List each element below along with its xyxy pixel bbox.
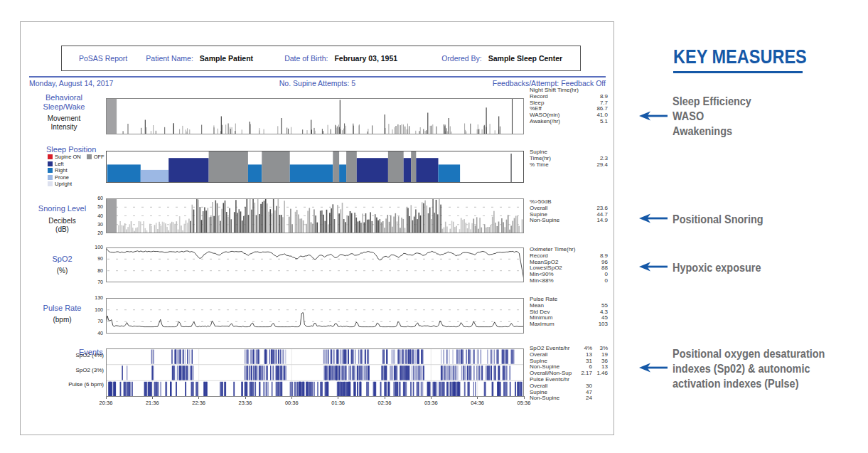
dob-label: Date of Birth: bbox=[284, 54, 328, 63]
header-rule bbox=[29, 76, 606, 78]
report-date: Monday, August 14, 2017 bbox=[29, 79, 221, 87]
movement-intensity-chart bbox=[106, 98, 524, 134]
pulse-stats: Pulse RateMean55Std Dev4.3Minimum45Maxim… bbox=[530, 297, 608, 328]
stat-row: Min<88%0 bbox=[530, 278, 608, 284]
report-title: PoSAS Report bbox=[79, 54, 127, 63]
stat-row: Non-Supine24 bbox=[530, 395, 608, 402]
dob-value: February 03, 1951 bbox=[334, 54, 397, 63]
legend-row: Prone bbox=[48, 174, 110, 181]
legend-item: Right bbox=[48, 167, 68, 174]
events-row-label: SpO2 (4%) bbox=[21, 352, 104, 358]
behavioral-sub-line2: Intensity bbox=[24, 123, 104, 132]
events-row-label: SpO2 (3%) bbox=[21, 367, 104, 373]
legend-label: Prone bbox=[55, 174, 69, 181]
key-measure-item: Positional oxygen desaturationindexes (S… bbox=[673, 346, 825, 391]
time-axis-label: 20:36 bbox=[95, 400, 117, 406]
patient-name-value: Sample Patient bbox=[200, 54, 253, 63]
legend-label: Right bbox=[55, 167, 68, 174]
stat-value: 0 bbox=[605, 278, 608, 284]
events-chart bbox=[106, 348, 524, 397]
legend-item: Left bbox=[48, 161, 64, 167]
behavioral-sub-line1: Movement bbox=[24, 114, 104, 123]
patient-name-label: Patient Name: bbox=[146, 54, 193, 63]
key-measure-line: activation indexes (Pulse) bbox=[673, 376, 825, 391]
legend-color-swatch bbox=[48, 168, 53, 173]
key-measure-line: Positional oxygen desaturation bbox=[673, 346, 825, 361]
time-axis-label: 21:36 bbox=[141, 400, 164, 406]
legend-item: Supine ON bbox=[48, 154, 81, 160]
y-axis-tick-label: 30 bbox=[86, 222, 103, 228]
y-axis-tick-label: 40 bbox=[86, 331, 103, 336]
legend-row: Left bbox=[48, 161, 110, 168]
stat-value-3pct bbox=[592, 383, 608, 390]
stat-value-3pct: 1.46 bbox=[592, 371, 608, 377]
time-axis-label: 22:36 bbox=[188, 400, 210, 406]
sleep-position-chart bbox=[106, 151, 524, 183]
legend-item: Upright bbox=[48, 181, 72, 187]
stat-label: Maximum bbox=[530, 321, 599, 328]
left-arrow-icon bbox=[639, 213, 668, 224]
events-row-label: Pulse (6 bpm) bbox=[21, 381, 104, 388]
time-axis-label: 04:36 bbox=[466, 400, 489, 406]
annotated-posas-report: PoSAS Report Patient Name: Sample Patien… bbox=[0, 0, 868, 453]
y-axis-tick-label: 90 bbox=[86, 256, 103, 262]
y-axis-tick-label: 80 bbox=[86, 268, 103, 274]
y-axis-tick-label: 20 bbox=[86, 230, 103, 236]
key-measure-item: Hypoxic exposure bbox=[673, 260, 761, 275]
time-axis-label: 03:36 bbox=[419, 400, 442, 406]
legend-color-swatch bbox=[87, 154, 92, 159]
y-axis-tick-label: 70 bbox=[86, 319, 103, 324]
legend-row: Supine ONOFF bbox=[48, 154, 110, 161]
stat-value-3pct bbox=[592, 390, 608, 396]
key-measures-underline bbox=[673, 71, 803, 73]
key-measure-item: Sleep EfficiencyWASOAwakenings bbox=[673, 94, 751, 139]
time-axis-label: 01:36 bbox=[327, 400, 350, 406]
report-page: PoSAS Report Patient Name: Sample Patien… bbox=[20, 21, 614, 435]
snoring-level-chart bbox=[106, 198, 524, 233]
stat-value-4pct: 2.17 bbox=[577, 371, 592, 377]
legend-label: OFF bbox=[94, 154, 105, 160]
snoring-stats: %>50dBOverall23.6Supine44.7Non-Supine14.… bbox=[530, 199, 608, 224]
time-axis-label: 00:36 bbox=[280, 400, 303, 406]
time-axis-label: 23:36 bbox=[234, 400, 257, 406]
stat-label: Min<88% bbox=[530, 278, 605, 284]
time-axis-label: 05:36 bbox=[513, 400, 535, 406]
ordered-by-label: Ordered By: bbox=[441, 54, 482, 63]
key-measure-line: Hypoxic exposure bbox=[673, 260, 761, 275]
legend-row: Upright bbox=[48, 181, 110, 188]
legend-label: Supine ON bbox=[55, 154, 81, 160]
stat-value: 29.4 bbox=[596, 162, 608, 169]
stat-value: 5.1 bbox=[600, 119, 608, 125]
y-axis-tick-label: 100 bbox=[86, 245, 103, 250]
legend-item: OFF bbox=[87, 154, 105, 160]
pulse-rate-chart bbox=[106, 298, 524, 334]
position-stats: SupineTime(hr)2.3% Time29.4 bbox=[530, 149, 608, 168]
events-stats: SpO2 Events/hr4%3%Overall1319Supine3136N… bbox=[530, 346, 608, 402]
stat-value: 14.9 bbox=[596, 218, 608, 224]
behavioral-title-line1: Behavioral bbox=[24, 93, 104, 102]
stat-label: Awaken(/hr) bbox=[530, 119, 600, 125]
stat-value: 103 bbox=[599, 321, 608, 328]
behavioral-panel-subtitle: Movement Intensity bbox=[24, 114, 104, 132]
legend-label: Upright bbox=[55, 181, 72, 187]
y-axis-tick-label: 100 bbox=[86, 307, 103, 313]
supine-attempts: No. Supine Attempts: 5 bbox=[221, 79, 413, 87]
left-arrow-icon bbox=[639, 261, 668, 272]
stat-row: Non-Supine14.9 bbox=[530, 218, 608, 224]
spo2-chart bbox=[106, 247, 524, 282]
key-measure-item: Positional Snoring bbox=[673, 212, 763, 227]
legend-label: Left bbox=[55, 161, 64, 167]
ordered-by-value: Sample Sleep Center bbox=[488, 54, 562, 63]
key-measure-line: indexes (Sp02) & autonomic bbox=[673, 361, 825, 376]
time-axis-label: 02:36 bbox=[373, 400, 396, 406]
legend-color-swatch bbox=[48, 161, 53, 166]
stat-value-4pct: 24 bbox=[577, 395, 592, 402]
key-measures-title: KEY MEASURES bbox=[673, 46, 807, 68]
legend-color-swatch bbox=[48, 181, 53, 186]
position-legend: Supine ONOFFLeftRightProneUpright bbox=[48, 154, 110, 188]
report-header-box: PoSAS Report Patient Name: Sample Patien… bbox=[61, 46, 581, 71]
y-axis-tick-label: 50 bbox=[86, 204, 103, 210]
behavioral-panel-title: Behavioral Sleep/Wake bbox=[24, 93, 104, 112]
stat-label: Non-Supine bbox=[530, 395, 577, 402]
behavioral-title-line2: Sleep/Wake bbox=[24, 102, 104, 112]
